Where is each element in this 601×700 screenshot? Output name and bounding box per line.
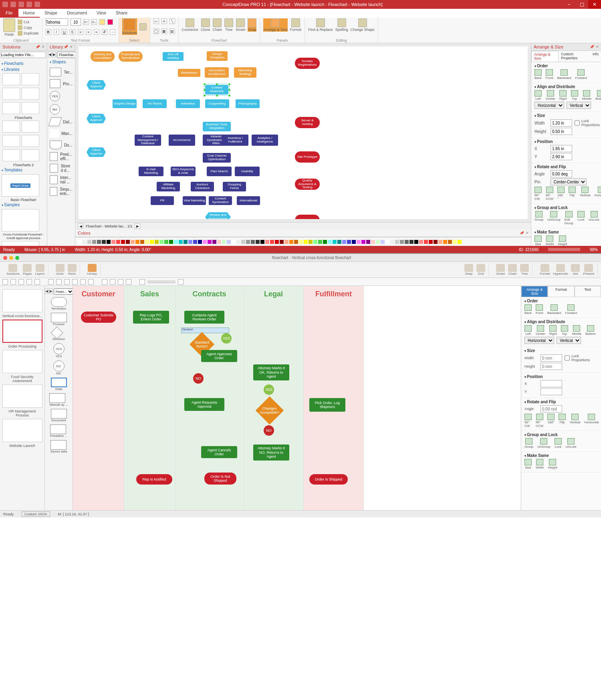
color-swatch[interactable] <box>256 240 260 244</box>
sample-1[interactable] <box>2 209 39 231</box>
color-swatch[interactable] <box>304 240 308 244</box>
color-swatch[interactable] <box>409 240 413 244</box>
color-swatch[interactable] <box>294 240 298 244</box>
smart-button[interactable]: Smart <box>236 18 245 32</box>
flowcharts-category[interactable]: Flowcharts <box>2 60 45 66</box>
tab-document[interactable]: Document <box>62 9 92 18</box>
decrease-font-icon[interactable]: A↓ <box>91 19 97 25</box>
flowchart-node[interactable]: Content Management / Database <box>135 135 161 146</box>
flowchart-node[interactable]: Business Tools Integration <box>203 122 231 131</box>
panel-action-group[interactable]: Group <box>524 438 533 449</box>
arrange-panel-button[interactable]: Arrange & Size <box>263 18 288 32</box>
color-swatch[interactable] <box>366 240 370 244</box>
flowchart-node[interactable]: Contacts Agent Reviews Order <box>184 311 224 324</box>
library-shape[interactable]: Inter... nal ... <box>49 174 73 186</box>
tab-info[interactable]: Info <box>590 51 601 62</box>
mac-close-button[interactable] <box>3 256 7 260</box>
flowchart-node[interactable]: Marketing Strategy <box>234 67 256 78</box>
color-swatch[interactable] <box>371 240 375 244</box>
find-button[interactable]: Find & Replace <box>308 18 333 32</box>
panel-action-vertical[interactable]: Vertical <box>570 414 580 428</box>
undo-tool[interactable]: Undo <box>56 264 65 276</box>
color-swatch[interactable] <box>179 240 183 244</box>
duplicate-button[interactable]: Duplicate <box>18 31 39 36</box>
flowchart-node[interactable]: YES <box>264 384 274 395</box>
flowchart-node[interactable]: Animation <box>176 99 200 108</box>
flowchart-node[interactable]: Inventory / Fulfilment <box>222 135 248 146</box>
flowchart-node[interactable]: Content Assembly <box>205 85 228 95</box>
color-swatch[interactable] <box>169 240 173 244</box>
color-swatch[interactable] <box>313 240 317 244</box>
italic-icon[interactable]: I <box>54 29 59 35</box>
flowchart-node[interactable]: Agent Approves Order <box>201 350 237 362</box>
flowchart-node[interactable]: Meeting and Consultation <box>91 51 115 62</box>
color-swatch[interactable] <box>227 240 231 244</box>
tab-share[interactable]: Share <box>111 9 132 18</box>
flowchart-node[interactable]: Photography <box>236 99 260 108</box>
tab-arrange-size[interactable]: Arrange & Size <box>531 51 559 62</box>
sample-thumb-active[interactable] <box>2 320 42 343</box>
smart-tool[interactable]: Smart <box>496 264 505 276</box>
shapes-section[interactable]: Shapes <box>47 59 75 65</box>
flowchart-node[interactable]: Design Templates <box>207 51 228 61</box>
color-swatch[interactable] <box>414 240 418 244</box>
color-swatch[interactable] <box>265 240 269 244</box>
tree-tool[interactable]: Tree <box>520 264 529 276</box>
color-swatch[interactable] <box>241 240 245 244</box>
panel-action--ccw[interactable]: 90° CCW <box>546 187 553 201</box>
color-swatch[interactable] <box>424 240 428 244</box>
zoom-slider[interactable] <box>147 280 175 284</box>
panel-action-backward[interactable]: Backward <box>557 69 571 80</box>
color-swatch[interactable] <box>280 240 284 244</box>
libraries-category[interactable]: Libraries <box>2 66 45 72</box>
pages-tool[interactable]: Pages <box>23 264 32 276</box>
pin-icon[interactable]: 📌 <box>63 45 68 49</box>
mac-min-button[interactable] <box>9 256 13 260</box>
clone-button[interactable]: Clone <box>201 18 210 32</box>
shape-palette-item[interactable]: Manual op ... <box>49 393 68 406</box>
color-swatch[interactable] <box>443 240 447 244</box>
snap-button[interactable]: Snap <box>248 18 256 32</box>
increase-font-icon[interactable]: A↑ <box>83 19 89 25</box>
shape-palette-item[interactable]: YESYES <box>53 343 65 358</box>
format-tool[interactable]: Format <box>540 264 550 276</box>
color-swatch[interactable] <box>434 240 438 244</box>
close-icon[interactable]: ✕ <box>41 45 44 49</box>
panel-action-back[interactable]: Back <box>524 304 532 315</box>
flowchart-node[interactable]: Client Approve <box>87 147 106 157</box>
solutions-button[interactable]: Solutions <box>122 18 137 35</box>
color-swatch[interactable] <box>376 240 380 244</box>
highlight-icon[interactable] <box>99 19 105 25</box>
color-swatch[interactable] <box>217 240 221 244</box>
panel-action-unlock[interactable]: UnLock <box>566 438 577 449</box>
color-swatch[interactable] <box>232 240 236 244</box>
panel-action-left[interactable]: Left <box>524 325 532 336</box>
color-swatch[interactable] <box>400 240 404 244</box>
tab-view[interactable]: View <box>92 9 111 18</box>
color-swatch[interactable] <box>236 240 240 244</box>
font-family-input[interactable] <box>46 18 68 26</box>
color-swatch[interactable] <box>208 240 212 244</box>
panel-action-flip[interactable]: Flip <box>569 187 576 201</box>
info-tool[interactable]: Info <box>571 264 580 276</box>
align-h-select[interactable]: Horizontal <box>534 102 564 109</box>
color-swatch[interactable] <box>251 240 255 244</box>
panel-action--cw[interactable]: 90° CW <box>534 187 542 201</box>
panel-action-right[interactable]: Right <box>549 325 557 336</box>
connector-button[interactable]: Connector <box>182 18 199 32</box>
shape-palette-item[interactable]: Predefine ... <box>50 424 67 438</box>
valign-icon[interactable]: ⇵ <box>102 29 107 35</box>
color-swatch[interactable] <box>164 240 168 244</box>
document-tab[interactable]: Flowchart - Website lau... 1/1 <box>86 224 132 228</box>
flowchart-node[interactable]: Viral Marketing <box>183 196 206 205</box>
color-swatch[interactable] <box>347 240 351 244</box>
align-center-icon[interactable]: ≡ <box>86 29 91 35</box>
color-swatch[interactable] <box>405 240 409 244</box>
color-swatch[interactable] <box>438 240 442 244</box>
pos-x-input[interactable] <box>551 145 572 152</box>
panel-action-forward[interactable]: Forward <box>565 304 577 315</box>
flowchart-node[interactable]: Paid Search <box>207 167 232 176</box>
sample-thumb[interactable] <box>2 289 42 312</box>
flowchart-node[interactable]: Pick Order, Log Shipment <box>309 398 345 412</box>
flowchart-node[interactable]: Graphic Design <box>113 99 137 108</box>
